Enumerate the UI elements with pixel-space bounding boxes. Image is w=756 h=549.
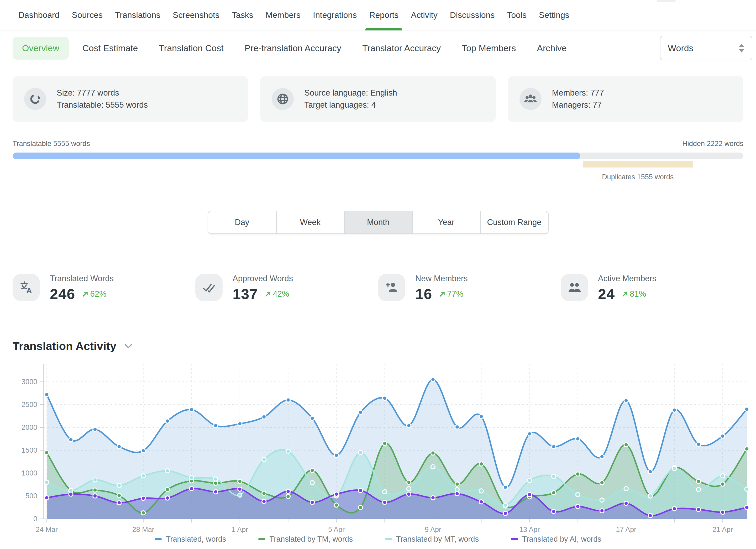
kpi-approved-words: Approved Words 137 42%: [195, 274, 378, 302]
sync-icon: [24, 88, 46, 110]
double-check-icon: [195, 274, 223, 301]
nav-item-discussions[interactable]: Discussions: [450, 10, 495, 30]
kpi-label: Approved Words: [233, 274, 293, 283]
card-target-languages-line: Target languages: 4: [304, 99, 397, 111]
activity-chart-svg: 05001000150020002500300024 Mar28 Mar1 Ap…: [0, 360, 756, 533]
select-arrows-icon: [739, 44, 744, 53]
tab-top-members[interactable]: Top Members: [462, 43, 516, 53]
nav-item-translations[interactable]: Translations: [115, 10, 160, 30]
legend-swatch-translated: [155, 538, 162, 540]
svg-text:3000: 3000: [22, 378, 37, 386]
hidden-label: Hidden 2222 words: [682, 140, 743, 148]
kpi-value: 24: [598, 285, 615, 302]
tab-translator-accuracy[interactable]: Translator Accuracy: [362, 43, 441, 53]
kpi-delta: 62%: [90, 289, 106, 299]
tab-cost-estimate[interactable]: Cost Estimate: [82, 43, 138, 53]
kpi-row: A Translated Words 246 62% Approved Word…: [13, 274, 743, 302]
legend-translated-tm[interactable]: Translated by TM, words: [258, 535, 353, 543]
svg-text:28 Mar: 28 Mar: [132, 526, 154, 533]
kpi-new-members: New Members 16 77%: [378, 274, 561, 302]
svg-text:1500: 1500: [22, 446, 37, 454]
trend-up-icon: [439, 291, 446, 297]
members-group-icon: [519, 88, 542, 110]
kpi-value: 16: [415, 285, 432, 302]
svg-text:1 Apr: 1 Apr: [232, 526, 248, 533]
range-segmented-control: Day Week Month Year Custom Range: [0, 211, 756, 234]
metric-select-value: Words: [668, 43, 694, 53]
svg-text:2000: 2000: [22, 423, 37, 431]
svg-text:9 Apr: 9 Apr: [425, 526, 441, 533]
kpi-delta: 42%: [273, 289, 289, 299]
nav-item-integrations[interactable]: Integrations: [313, 10, 357, 30]
legend-swatch-tm: [258, 538, 265, 540]
duplicates-label: Duplicates 1555 words: [602, 173, 674, 181]
members-icon: [561, 274, 588, 301]
nav-item-tasks[interactable]: Tasks: [232, 10, 253, 30]
kpi-label: New Members: [415, 274, 468, 283]
card-languages: Source language: English Target language…: [260, 76, 496, 122]
kpi-delta: 77%: [447, 289, 463, 299]
card-source-language-line: Source language: English: [304, 87, 397, 99]
member-plus-icon: [378, 274, 405, 301]
tab-overview[interactable]: Overview: [13, 37, 69, 60]
translatable-label: Translatable 5555 words: [13, 140, 90, 148]
activity-section-header: Translation Activity: [13, 340, 743, 353]
partial-element: [657, 0, 676, 2]
metric-select[interactable]: Words: [660, 36, 752, 60]
chart-legend: Translated, words Translated by TM, word…: [0, 535, 756, 543]
nav-item-dashboard[interactable]: Dashboard: [18, 10, 60, 30]
range-week-button[interactable]: Week: [276, 211, 344, 233]
tab-translation-cost[interactable]: Translation Cost: [159, 43, 223, 53]
svg-text:13 Apr: 13 Apr: [519, 526, 540, 533]
top-nav: Dashboard Sources Translations Screensho…: [0, 0, 756, 30]
tab-pretranslation-accuracy[interactable]: Pre-translation Accuracy: [245, 43, 342, 53]
range-month-button[interactable]: Month: [344, 211, 412, 233]
range-year-button[interactable]: Year: [412, 211, 480, 233]
nav-item-screenshots[interactable]: Screenshots: [173, 10, 219, 30]
tab-archive[interactable]: Archive: [537, 43, 566, 53]
svg-text:1000: 1000: [22, 469, 37, 477]
nav-item-activity[interactable]: Activity: [411, 10, 437, 30]
trend-up-icon: [622, 291, 628, 297]
card-members: Members: 777 Managers: 77: [508, 76, 743, 122]
svg-text:0: 0: [33, 515, 37, 523]
card-translatable-line: Translatable: 5555 words: [57, 99, 148, 111]
svg-text:17 Apr: 17 Apr: [616, 526, 636, 533]
card-members-line: Members: 777: [552, 87, 604, 99]
translate-icon: A: [13, 274, 40, 301]
legend-translated-mt[interactable]: Translated by MT, words: [385, 535, 479, 543]
nav-item-reports[interactable]: Reports: [369, 10, 398, 30]
nav-item-sources[interactable]: Sources: [72, 10, 103, 30]
svg-text:2500: 2500: [22, 401, 37, 409]
globe-icon: [272, 88, 294, 110]
svg-text:5 Apr: 5 Apr: [328, 526, 345, 533]
section-title: Translation Activity: [13, 340, 116, 353]
report-tabs: Overview Cost Estimate Translation Cost …: [0, 30, 756, 59]
legend-label: Translated, words: [166, 535, 226, 543]
card-size-line: Size: 7777 words: [57, 87, 148, 99]
range-day-button[interactable]: Day: [208, 211, 276, 233]
kpi-delta: 81%: [630, 289, 646, 299]
legend-label: Translated by TM, words: [270, 535, 353, 543]
svg-text:21 Apr: 21 Apr: [712, 526, 733, 533]
legend-translated-ai[interactable]: Translated by AI, words: [511, 535, 601, 543]
nav-item-tools[interactable]: Tools: [507, 10, 527, 30]
card-project-size: Size: 7777 words Translatable: 5555 word…: [13, 76, 248, 122]
kpi-label: Active Members: [598, 274, 656, 283]
legend-swatch-ai: [511, 538, 518, 540]
kpi-active-members: Active Members 24 81%: [561, 274, 743, 302]
translatable-bar: [13, 153, 580, 159]
kpi-label: Translated Words: [50, 274, 114, 283]
words-progress: Translatable 5555 words Hidden 2222 word…: [13, 140, 743, 186]
range-custom-button[interactable]: Custom Range: [480, 211, 548, 233]
progress-track: [13, 153, 743, 159]
svg-text:500: 500: [25, 492, 37, 500]
legend-translated[interactable]: Translated, words: [155, 535, 226, 543]
chevron-down-icon[interactable]: [124, 343, 133, 349]
nav-item-settings[interactable]: Settings: [539, 10, 569, 30]
duplicates-bar: [583, 161, 693, 168]
svg-text:24 Mar: 24 Mar: [36, 526, 58, 533]
legend-label: Translated by AI, words: [522, 535, 601, 543]
nav-item-members[interactable]: Members: [266, 10, 301, 30]
kpi-value: 137: [233, 285, 258, 302]
